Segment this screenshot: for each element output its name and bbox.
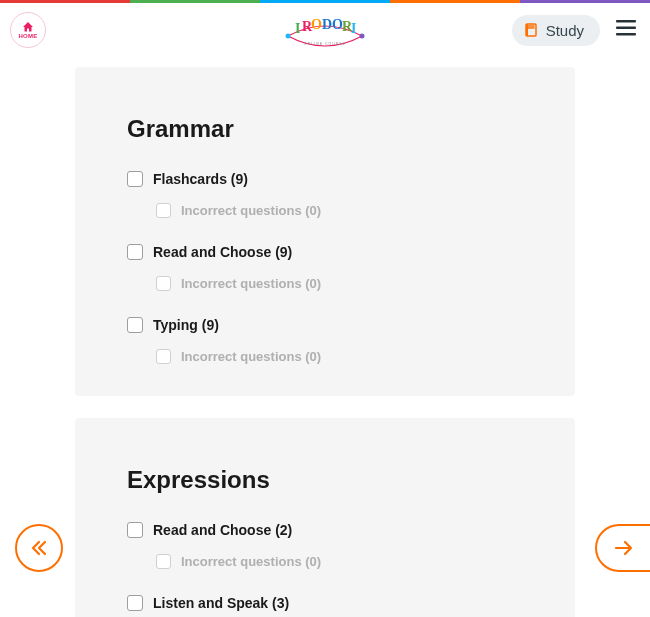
chevron-double-left-icon <box>29 538 49 558</box>
svg-text:I: I <box>295 21 300 36</box>
sub-label: Incorrect questions (0) <box>181 554 321 569</box>
arrow-right-icon <box>613 538 635 558</box>
home-button[interactable]: HOME <box>10 12 46 48</box>
list-item: Listen and Speak (3) <box>127 595 523 611</box>
svg-point-0 <box>286 34 291 39</box>
home-icon <box>22 22 34 32</box>
svg-text:D: D <box>322 17 332 32</box>
header: HOME I R O D O R I ONLINE COURSE Study <box>0 3 650 57</box>
prev-button[interactable] <box>15 524 63 572</box>
checkbox-incorrect[interactable] <box>156 554 171 569</box>
list-item: Flashcards (9) Incorrect questions (0) <box>127 171 523 218</box>
item-label: Read and Choose (2) <box>153 522 292 538</box>
section-title: Grammar <box>127 115 523 143</box>
sub-label: Incorrect questions (0) <box>181 203 321 218</box>
study-button[interactable]: Study <box>512 15 600 46</box>
section-expressions: Expressions Read and Choose (2) Incorrec… <box>75 418 575 617</box>
checkbox-incorrect[interactable] <box>156 203 171 218</box>
sub-label: Incorrect questions (0) <box>181 276 321 291</box>
checkbox-incorrect[interactable] <box>156 276 171 291</box>
checkbox-read-choose[interactable] <box>127 522 143 538</box>
logo[interactable]: I R O D O R I ONLINE COURSE <box>280 11 370 55</box>
svg-rect-10 <box>616 20 636 23</box>
svg-text:ONLINE COURSE: ONLINE COURSE <box>304 42 346 46</box>
item-label: Flashcards (9) <box>153 171 248 187</box>
list-item: Read and Choose (2) Incorrect questions … <box>127 522 523 569</box>
checkbox-read-choose[interactable] <box>127 244 143 260</box>
item-label: Typing (9) <box>153 317 219 333</box>
hamburger-icon <box>616 20 636 36</box>
item-label: Read and Choose (9) <box>153 244 292 260</box>
study-label: Study <box>546 22 584 39</box>
list-item: Typing (9) Incorrect questions (0) <box>127 317 523 364</box>
next-button[interactable] <box>595 524 650 572</box>
svg-rect-11 <box>616 27 636 30</box>
section-grammar: Grammar Flashcards (9) Incorrect questio… <box>75 67 575 396</box>
svg-rect-12 <box>616 33 636 36</box>
home-label: HOME <box>18 33 37 39</box>
section-title: Expressions <box>127 466 523 494</box>
svg-point-1 <box>360 34 365 39</box>
sub-label: Incorrect questions (0) <box>181 349 321 364</box>
menu-button[interactable] <box>612 16 640 44</box>
checkbox-typing[interactable] <box>127 317 143 333</box>
svg-text:I: I <box>351 21 356 36</box>
checkbox-listen-speak[interactable] <box>127 595 143 611</box>
item-label: Listen and Speak (3) <box>153 595 289 611</box>
svg-text:O: O <box>311 17 322 32</box>
content: Grammar Flashcards (9) Incorrect questio… <box>0 57 650 617</box>
checkbox-flashcards[interactable] <box>127 171 143 187</box>
list-item: Read and Choose (9) Incorrect questions … <box>127 244 523 291</box>
checkbox-incorrect[interactable] <box>156 349 171 364</box>
book-icon <box>524 22 540 38</box>
